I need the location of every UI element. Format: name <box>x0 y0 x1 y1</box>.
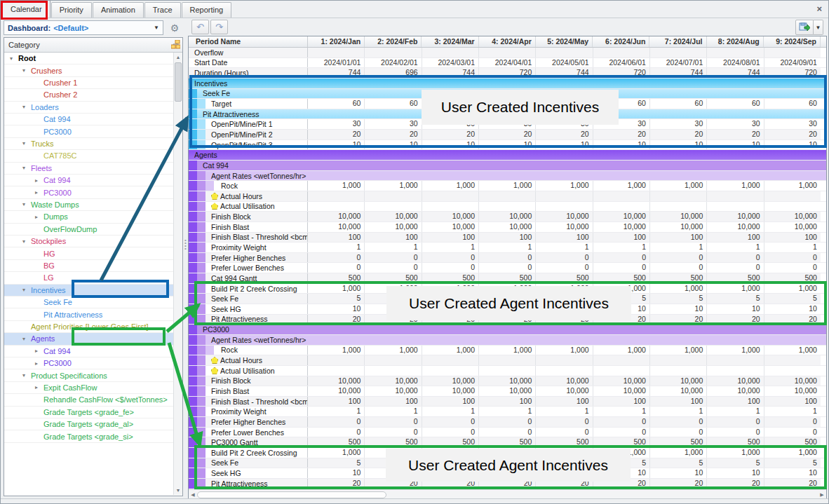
grid-section-incentives[interactable]: Incentives <box>189 79 826 88</box>
close-icon[interactable]: × <box>816 4 822 13</box>
grid-cell[interactable]: 5 <box>593 294 650 304</box>
tree-item-expit-cashflow[interactable]: ▸Expit CashFlow <box>4 382 173 394</box>
grid-cell[interactable]: 1 <box>536 407 593 416</box>
grid-cell[interactable]: 10,000 <box>365 386 422 396</box>
grid-cell[interactable]: 5 <box>422 458 479 468</box>
grid-cell[interactable]: 1,000 <box>707 181 764 191</box>
grid-cell[interactable]: 20 <box>308 479 365 489</box>
grid-cell[interactable]: 10,000 <box>536 222 593 232</box>
grid-cell[interactable]: 1,000 <box>308 346 365 355</box>
grid-cell[interactable]: 30 <box>707 119 764 129</box>
grid-cell[interactable]: 1,000 <box>365 181 422 191</box>
grid-cell[interactable]: 10 <box>365 468 422 478</box>
grid-cell[interactable]: 5 <box>308 294 365 304</box>
grid-cell[interactable]: 10,000 <box>422 376 479 386</box>
grid-cell[interactable]: 500 <box>536 273 593 283</box>
column-header-9-2024-sep[interactable]: 9: 2024/Sep <box>764 36 821 47</box>
dashboard-combobox[interactable]: Dashboard: <Default> ▼ <box>4 20 163 35</box>
grid-cell[interactable] <box>593 191 650 201</box>
grid-cell[interactable]: 100 <box>365 233 422 243</box>
grid-cell[interactable] <box>707 366 764 376</box>
grid-cell[interactable]: 20 <box>650 315 707 325</box>
grid-section-agent-rates-wettonnes-hr[interactable]: Agent Rates <wetTonnes/hr> <box>205 171 826 181</box>
grid-cell[interactable]: 500 <box>764 437 821 447</box>
panel-splitter-handle[interactable]: •••• <box>184 239 187 263</box>
grid-cell[interactable]: 0 <box>764 253 821 263</box>
grid-row-label-cell[interactable]: Target <box>205 99 308 109</box>
grid-cell[interactable]: 10,000 <box>479 386 536 396</box>
grid-cell[interactable]: 0 <box>479 428 536 437</box>
grid-cell[interactable]: 1 <box>308 407 365 416</box>
grid-cell[interactable]: 10 <box>764 304 821 314</box>
grid-cell[interactable]: 20 <box>593 479 650 489</box>
tree-item-bg[interactable]: BG <box>4 260 173 272</box>
grid-cell[interactable]: 10,000 <box>650 222 707 232</box>
grid-cell[interactable]: 30 <box>536 119 593 129</box>
grid-cell[interactable]: 0 <box>650 263 707 273</box>
grid-cell[interactable]: 696 <box>365 68 422 78</box>
grid-cell[interactable]: 5 <box>308 458 365 468</box>
grid-row-label-cell[interactable]: Overflow <box>189 48 308 57</box>
tree-vertical-scrollbar[interactable]: ▲ ▼ <box>173 53 182 495</box>
grid-cell[interactable]: 744 <box>650 68 707 78</box>
tree-item-seek-fe[interactable]: Seek Fe <box>4 297 173 308</box>
expander-closed-icon[interactable]: ▸ <box>35 214 43 220</box>
grid-cell[interactable]: 500 <box>479 273 536 283</box>
grid-cell[interactable] <box>536 48 593 57</box>
redo-button[interactable]: ↷ <box>210 20 228 34</box>
grid-cell[interactable]: 1,000 <box>422 284 479 294</box>
tree-item-product-specifications[interactable]: ▾Product Specifications <box>4 369 173 381</box>
grid-cell[interactable] <box>593 355 650 365</box>
grid-cell[interactable] <box>308 355 365 365</box>
grid-row-label-cell[interactable]: Build Pit 2 Creek Crossing <box>205 448 308 458</box>
tree-item-cat-994[interactable]: ▸Cat 994 <box>4 175 173 186</box>
grid-cell[interactable]: 5 <box>536 294 593 304</box>
grid-cell[interactable]: 10,000 <box>479 222 536 232</box>
grid-cell[interactable]: 60 <box>422 99 479 109</box>
grid-cell[interactable]: 1,000 <box>593 448 650 458</box>
expander-open-icon[interactable]: ▾ <box>22 165 31 171</box>
grid-cell[interactable] <box>308 202 365 212</box>
grid-cell[interactable]: 1,000 <box>593 346 650 355</box>
grid-cell[interactable]: 10 <box>308 304 365 314</box>
grid-cell[interactable]: 10 <box>479 140 536 150</box>
grid-cell[interactable]: 1 <box>536 243 593 252</box>
grid-cell[interactable]: 20 <box>479 130 536 139</box>
grid-cell[interactable]: 60 <box>365 99 422 109</box>
grid-cell[interactable] <box>764 48 821 57</box>
tree-item-pc3000[interactable]: ▸PC3000 <box>4 357 173 369</box>
grid-cell[interactable]: 744 <box>422 68 479 78</box>
expander-closed-icon[interactable]: ▸ <box>35 384 43 390</box>
tree-item-cat-994[interactable]: ▸Cat 994 <box>4 346 173 357</box>
grid-cell[interactable] <box>308 48 365 57</box>
grid-cell[interactable]: 0 <box>536 263 593 273</box>
tab-calendar[interactable]: Calendar <box>2 0 50 18</box>
grid-cell[interactable]: 2024/01/01 <box>308 58 365 68</box>
grid-cell[interactable]: 10,000 <box>536 386 593 396</box>
grid-row-label-cell[interactable]: Prefer Lower Benches <box>205 263 308 273</box>
grid-cell[interactable]: 500 <box>479 437 536 447</box>
grid-cell[interactable]: 10 <box>422 140 479 150</box>
grid-cell[interactable]: 5 <box>479 458 536 468</box>
grid-cell[interactable]: 10,000 <box>365 222 422 232</box>
grid-cell[interactable]: 0 <box>365 417 422 427</box>
column-header-4-2024-apr[interactable]: 4: 2024/Apr <box>479 36 536 47</box>
grid-cell[interactable]: 1,000 <box>764 284 821 294</box>
grid-cell[interactable]: 20 <box>650 130 707 139</box>
grid-row-label-cell[interactable]: Seek HG <box>205 468 308 478</box>
grid-cell[interactable] <box>308 366 365 376</box>
grid-cell[interactable]: 5 <box>650 294 707 304</box>
tree-item-fleets[interactable]: ▾Fleets <box>4 163 173 175</box>
grid-cell[interactable]: 10,000 <box>593 222 650 232</box>
expander-open-icon[interactable]: ▾ <box>10 55 18 62</box>
grid-cell[interactable]: 5 <box>764 294 821 304</box>
grid-row-label-cell[interactable]: OpenPit/Mine/Pit 2 <box>205 130 308 139</box>
grid-cell[interactable]: 10,000 <box>308 212 365 222</box>
grid-cell[interactable]: 10,000 <box>479 212 536 222</box>
grid-cell[interactable]: 30 <box>650 119 707 129</box>
grid-cell[interactable]: 0 <box>308 417 365 427</box>
column-header-3-2024-mar[interactable]: 3: 2024/Mar <box>422 36 478 47</box>
grid-cell[interactable]: 10,000 <box>536 376 593 386</box>
grid-cell[interactable]: 1,000 <box>707 448 764 458</box>
grid-cell[interactable]: 1,000 <box>764 181 821 191</box>
